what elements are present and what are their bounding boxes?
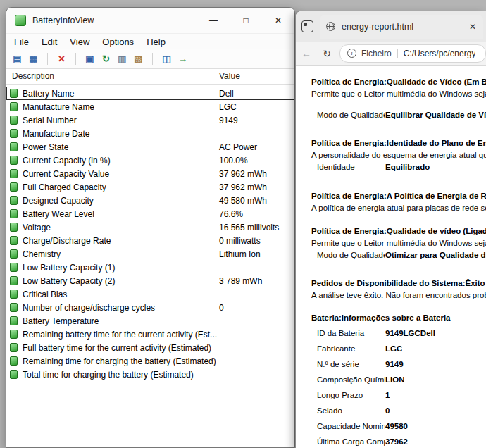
key-value-row: IdentidadeEquilibrado xyxy=(311,161,486,173)
kv-value: Otimizar para Qualidade d xyxy=(385,249,486,261)
cell-description: Serial Number xyxy=(23,116,77,125)
browser-window: energy-report.html ✕ ← ↻ Ficheiro C:/Use… xyxy=(295,11,486,448)
table-row[interactable]: Current Capacity Value37 962 mWh xyxy=(6,167,294,180)
battery-entry-icon xyxy=(10,116,18,125)
kv-value: 9149LGCDell xyxy=(385,329,435,337)
tab-title: energy-report.html xyxy=(342,22,463,32)
battery-entry-icon xyxy=(10,182,18,192)
battery-entry-icon xyxy=(10,142,18,151)
menu-edit[interactable]: Edit xyxy=(35,35,63,49)
battery-app-icon xyxy=(15,15,26,26)
table-row[interactable]: Full battery time for the current activi… xyxy=(6,341,294,354)
globe-icon xyxy=(326,22,335,31)
section-heading: Política de Energia:A Política de Energi… xyxy=(311,190,486,202)
scheme-label: Ficheiro xyxy=(361,49,392,58)
copy-icon[interactable]: ▥ xyxy=(116,52,129,66)
address-field[interactable]: Ficheiro C:/Users/pc/energy xyxy=(339,44,486,63)
kv-label: Identidade xyxy=(311,161,385,173)
cell-description: Manufacture Name xyxy=(23,102,94,112)
titlebar[interactable]: BatteryInfoView — □ ✕ xyxy=(6,8,294,34)
kv-value: 49580 xyxy=(385,422,408,430)
refresh-icon[interactable]: ↻ xyxy=(99,52,113,66)
report-section: Política de Energia:Identidade do Plano … xyxy=(311,137,486,173)
section-body: A análise teve êxito. Não foram encontra… xyxy=(311,290,486,301)
cell-description: Battery Wear Level xyxy=(23,209,94,219)
refresh-icon[interactable]: ↻ xyxy=(320,48,333,59)
minimize-button[interactable]: — xyxy=(197,8,230,33)
table-row[interactable]: ChemistryLithium Ion xyxy=(6,247,294,261)
maximize-button[interactable]: □ xyxy=(230,8,262,33)
column-divider[interactable] xyxy=(292,70,292,82)
table-row[interactable]: Battery Temperature xyxy=(6,314,294,328)
table-row[interactable]: Battery Wear Level76.6% xyxy=(6,207,294,220)
table-row[interactable]: Remaining battery time for the current a… xyxy=(6,328,294,341)
battery-table-row: Última Carga Completa37962 xyxy=(311,434,486,448)
cell-value: 76.6% xyxy=(219,209,243,219)
battery-entry-icon xyxy=(10,236,18,245)
table-row[interactable]: Low Battery Capacity (1) xyxy=(6,261,294,274)
column-divider[interactable] xyxy=(216,70,216,82)
section-heading: Bateria:Informações sobre a Bateria xyxy=(311,312,486,324)
table-row[interactable]: Number of charge/discharge cycles0 xyxy=(6,301,294,314)
report-section: Pedidos de Disponibilidade do Sistema:Êx… xyxy=(311,278,486,301)
close-button[interactable]: ✕ xyxy=(262,8,294,33)
tab-actions-icon[interactable] xyxy=(301,20,313,32)
tab-close-icon[interactable]: ✕ xyxy=(466,22,479,32)
table-row[interactable]: Battery NameDell xyxy=(6,87,294,100)
kv-value: 1 xyxy=(385,391,390,399)
kv-label: Composição Química xyxy=(311,375,385,384)
section-heading: Política de Energia:Identidade do Plano … xyxy=(311,137,486,149)
table-row[interactable]: Voltage16 565 millivolts xyxy=(6,220,294,234)
back-icon[interactable]: ← xyxy=(300,48,313,59)
html-report-icon[interactable]: ◫ xyxy=(160,52,173,66)
table-row[interactable]: Power StateAC Power xyxy=(6,140,294,154)
battery-entry-icon xyxy=(10,169,18,178)
column-header-description[interactable]: Description xyxy=(12,71,54,81)
table-row[interactable]: Manufacture NameLGC xyxy=(6,100,294,113)
table-row[interactable]: Current Capacity (in %)100.0% xyxy=(6,154,294,167)
table-row[interactable]: Remaining time for charging the battery … xyxy=(6,354,294,368)
kv-label: Modo de Qualidade xyxy=(311,249,385,261)
battery-table-row: Capacidade Nominal49580 xyxy=(311,418,486,434)
paste-icon[interactable]: ▧ xyxy=(132,52,145,66)
table-row[interactable]: Manufacture Date xyxy=(6,127,294,140)
window-controls: — □ ✕ xyxy=(197,8,294,33)
table-row[interactable]: Full Charged Capacity37 962 mWh xyxy=(6,180,294,194)
menu-view[interactable]: View xyxy=(63,35,96,49)
battery-log-view-icon[interactable]: ▦ xyxy=(27,52,40,66)
kv-value: 0 xyxy=(385,406,390,415)
browser-tab[interactable]: energy-report.html ✕ xyxy=(320,15,483,39)
report-section: Política de Energia:Qualidade de Vídeo (… xyxy=(311,76,486,121)
exit-icon[interactable]: → xyxy=(176,52,189,66)
cell-description: Number of charge/discharge cycles xyxy=(23,303,155,313)
table-row[interactable]: Designed Capacity49 580 mWh xyxy=(6,194,294,207)
kv-label: Fabricante xyxy=(311,344,385,353)
cell-description: Remaining battery time for the current a… xyxy=(23,330,217,340)
kv-value: Equilibrar Qualidade de Ví xyxy=(385,109,486,121)
toolbar-separator xyxy=(152,53,153,65)
info-icon[interactable] xyxy=(347,49,356,58)
table-row[interactable]: Low Battery Capacity (2)3 789 mWh xyxy=(6,274,294,287)
cell-value: 37 962 mWh xyxy=(219,169,267,179)
delete-icon[interactable]: ✕ xyxy=(55,52,68,66)
table-row[interactable]: Serial Number9149 xyxy=(6,113,294,127)
battery-entry-icon xyxy=(10,89,18,98)
battery-entry-icon xyxy=(10,316,18,325)
battery-table-row: ID da Bateria9149LGCDell xyxy=(311,325,486,341)
battery-info-view-icon[interactable]: ▤ xyxy=(11,52,24,66)
battery-entry-icon xyxy=(10,356,18,366)
battery-entry-icon xyxy=(10,263,18,272)
table-row[interactable]: Total time for charging the battery (Est… xyxy=(6,368,294,381)
menu-file[interactable]: File xyxy=(8,35,35,49)
save-icon[interactable]: ▣ xyxy=(83,52,96,66)
battery-entry-icon xyxy=(10,330,18,339)
table-row[interactable]: Charge/Discharge Rate0 milliwatts xyxy=(6,234,294,247)
cell-description: Charge/Discharge Rate xyxy=(23,236,111,246)
battery-table-row: Longo Prazo1 xyxy=(311,387,486,403)
menu-help[interactable]: Help xyxy=(140,35,172,49)
battery-report-table: ID da Bateria9149LGCDellFabricanteLGCN.º… xyxy=(311,325,486,448)
menu-options[interactable]: Options xyxy=(96,35,140,49)
battery-entry-icon xyxy=(10,196,18,205)
table-row[interactable]: Critical Bias xyxy=(6,287,294,301)
column-header-value[interactable]: Value xyxy=(219,71,240,81)
